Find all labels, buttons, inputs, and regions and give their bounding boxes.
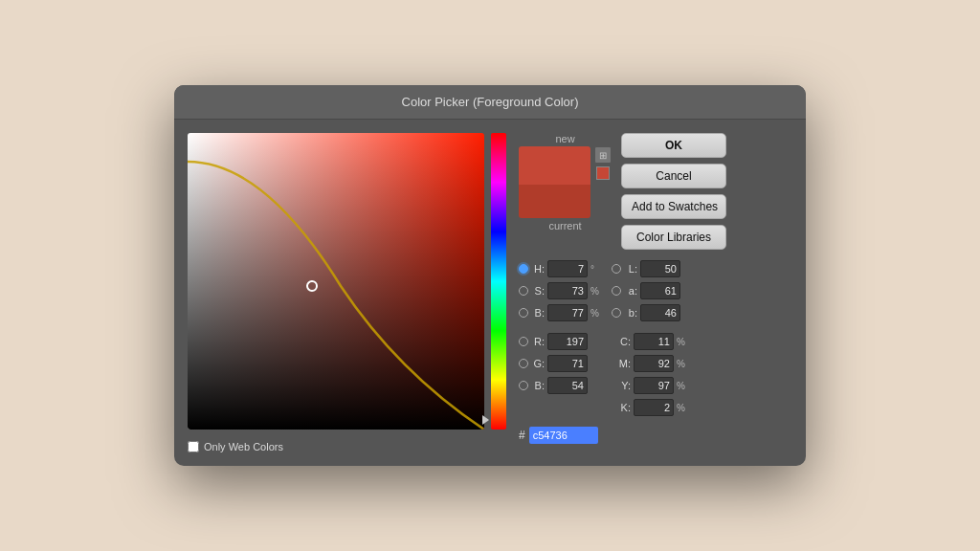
- field-s: S: %: [519, 281, 600, 300]
- radio-h[interactable]: [519, 264, 528, 274]
- input-m[interactable]: [634, 355, 674, 372]
- swatch-new-label: new: [555, 133, 574, 144]
- input-b-rgb[interactable]: [547, 377, 588, 394]
- field-b-hsb: B: %: [519, 303, 600, 322]
- field-b-lab: b:: [612, 303, 693, 322]
- field-a: a:: [612, 281, 693, 300]
- input-l[interactable]: [640, 260, 680, 277]
- hex-input[interactable]: [529, 427, 598, 444]
- color-libraries-button[interactable]: Color Libraries: [621, 225, 726, 250]
- ok-button[interactable]: OK: [621, 133, 726, 158]
- radio-g[interactable]: [519, 359, 528, 368]
- field-k: K: %: [612, 398, 693, 417]
- input-y[interactable]: [634, 377, 674, 394]
- input-b-hsb[interactable]: [547, 304, 588, 321]
- radio-b-lab[interactable]: [612, 308, 621, 318]
- radio-r[interactable]: [519, 337, 528, 346]
- input-a[interactable]: [640, 282, 680, 299]
- swatch-new-color[interactable]: [519, 146, 590, 185]
- only-web-colors-checkbox[interactable]: [188, 441, 199, 452]
- fields-section: H: ° S: % B:: [519, 259, 792, 417]
- hue-bar[interactable]: [491, 133, 506, 430]
- input-s[interactable]: [547, 282, 588, 299]
- only-web-colors-label: Only Web Colors: [204, 441, 283, 452]
- radio-a[interactable]: [612, 286, 621, 296]
- field-c: C: %: [612, 332, 693, 351]
- color-picker-dialog: Color Picker (Foreground Color): [174, 85, 806, 466]
- only-web-colors-row: Only Web Colors: [188, 441, 283, 452]
- hex-symbol: #: [519, 429, 525, 442]
- radio-b-hsb[interactable]: [519, 308, 528, 318]
- field-m: M: %: [612, 354, 693, 373]
- right-panel: new ⊞ current OK: [519, 133, 792, 452]
- color-picker-canvas[interactable]: [188, 133, 484, 430]
- field-g: G:: [519, 354, 600, 373]
- swatch-icon-area: ⊞: [594, 146, 612, 180]
- swatch-cube-icon[interactable]: ⊞: [594, 146, 612, 164]
- input-k[interactable]: [634, 399, 674, 416]
- hsb-rgb-col: H: ° S: % B:: [519, 259, 600, 417]
- swatch-current-color[interactable]: [519, 185, 590, 218]
- picker-section: Only Web Colors: [188, 133, 509, 452]
- swatch-current-label: current: [548, 220, 581, 231]
- radio-b-rgb[interactable]: [519, 381, 528, 390]
- radio-s[interactable]: [519, 286, 528, 296]
- input-c[interactable]: [634, 333, 674, 350]
- input-g[interactable]: [547, 355, 588, 372]
- field-r: R:: [519, 332, 600, 351]
- field-h: H: °: [519, 259, 600, 278]
- dialog-title: Color Picker (Foreground Color): [174, 85, 806, 120]
- field-b-rgb: B:: [519, 376, 600, 395]
- input-b-lab[interactable]: [640, 304, 680, 321]
- field-l: L:: [612, 259, 693, 278]
- field-y: Y: %: [612, 376, 693, 395]
- hue-slider[interactable]: [488, 133, 509, 430]
- input-h[interactable]: [547, 260, 588, 277]
- swatch-red-indicator: [596, 166, 610, 180]
- hex-row: #: [519, 427, 792, 444]
- input-r[interactable]: [547, 333, 588, 350]
- lab-cmyk-col: L: a: b:: [612, 259, 693, 417]
- radio-l[interactable]: [612, 264, 621, 274]
- add-to-swatches-button[interactable]: Add to Swatches: [621, 194, 726, 219]
- button-group: OK Cancel Add to Swatches Color Librarie…: [621, 133, 726, 250]
- cancel-button[interactable]: Cancel: [621, 164, 726, 188]
- hue-arrow: [482, 415, 489, 425]
